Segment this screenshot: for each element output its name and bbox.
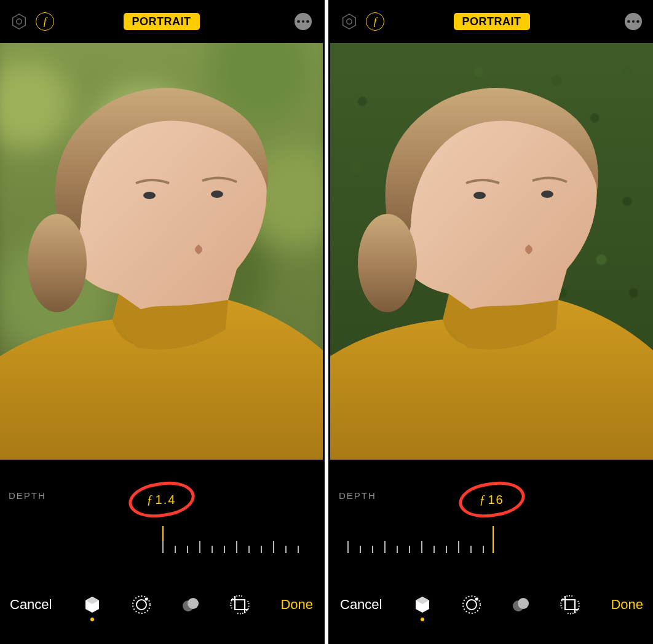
svg-point-5 [137, 600, 146, 610]
slider-ticks [347, 541, 495, 553]
depth-slider[interactable] [0, 522, 323, 559]
crop-tool[interactable] [229, 592, 251, 618]
svg-point-19 [518, 598, 529, 609]
aperture-number: 16 [488, 493, 504, 506]
aperture-prefix: ƒ [147, 493, 154, 506]
aperture-icon[interactable]: f [34, 11, 55, 32]
svg-point-4 [211, 190, 223, 198]
svg-point-17 [475, 598, 478, 601]
svg-point-13 [473, 192, 486, 199]
svg-point-11 [347, 19, 352, 24]
top-bar: f PORTRAIT [0, 0, 323, 43]
photo-subject [0, 43, 323, 460]
portrait-mode-badge[interactable]: PORTRAIT [124, 13, 200, 30]
aperture-value: ƒ1.4 [147, 493, 176, 507]
photo-preview[interactable] [330, 43, 653, 460]
photo-subject [330, 43, 653, 460]
aperture-icon[interactable]: f [365, 11, 386, 32]
cancel-button[interactable]: Cancel [340, 597, 382, 613]
adjust-tool[interactable] [461, 592, 483, 618]
top-bar: f PORTRAIT [330, 0, 653, 43]
svg-point-9 [188, 598, 199, 609]
svg-point-12 [358, 214, 417, 312]
aperture-value: ƒ16 [479, 493, 504, 507]
bottom-toolbar: Cancel Done [0, 576, 323, 644]
filters-tool[interactable] [180, 592, 202, 618]
svg-marker-10 [343, 14, 356, 29]
portrait-tool[interactable] [411, 592, 433, 618]
cancel-button[interactable]: Cancel [10, 597, 52, 613]
live-photo-icon[interactable] [9, 11, 30, 32]
more-icon[interactable] [295, 13, 312, 30]
live-photo-icon[interactable] [339, 11, 360, 32]
editor-pane-left: f PORTRAIT [0, 0, 323, 644]
svg-marker-0 [13, 14, 26, 29]
svg-point-14 [541, 190, 553, 198]
done-button[interactable]: Done [611, 597, 643, 613]
photo-preview[interactable] [0, 43, 323, 460]
depth-label: DEPTH [339, 490, 376, 501]
svg-point-7 [145, 598, 148, 601]
crop-tool[interactable] [559, 592, 581, 618]
depth-label: DEPTH [9, 490, 46, 501]
aperture-number: 1.4 [156, 493, 176, 506]
adjust-tool[interactable] [130, 592, 152, 618]
svg-point-15 [467, 600, 477, 610]
portrait-tool[interactable] [81, 592, 103, 618]
aperture-value-wrap: ƒ1.4 [125, 483, 199, 516]
more-icon[interactable] [625, 13, 642, 30]
depth-control-row: DEPTH ƒ1.4 [0, 481, 323, 511]
slider-ticks [162, 541, 310, 553]
aperture-icon-label: f [44, 15, 47, 28]
editor-pane-right: f PORTRAIT [330, 0, 653, 644]
filters-tool[interactable] [510, 592, 532, 618]
svg-point-2 [28, 214, 87, 312]
svg-point-3 [143, 192, 156, 199]
tool-icons [81, 592, 251, 618]
done-button[interactable]: Done [280, 597, 313, 613]
tool-icons [411, 592, 581, 618]
aperture-icon-label: f [374, 15, 377, 28]
portrait-mode-badge[interactable]: PORTRAIT [454, 13, 530, 30]
pane-divider [325, 0, 328, 644]
bottom-toolbar: Cancel Done [330, 576, 653, 644]
depth-slider[interactable] [330, 522, 653, 559]
aperture-prefix: ƒ [479, 493, 486, 506]
depth-control-row: DEPTH ƒ16 [330, 481, 653, 511]
aperture-value-wrap: ƒ16 [455, 483, 529, 516]
svg-point-1 [17, 19, 22, 24]
